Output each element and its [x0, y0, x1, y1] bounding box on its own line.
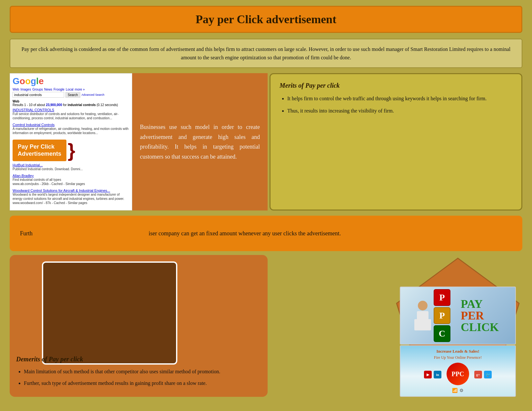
- google-results-count: Web Results 1 - 10 of about 23,900,000 f…: [13, 100, 129, 107]
- google-result-link-1[interactable]: INDUSTRIAL CONTROLS: [13, 108, 129, 112]
- ppc-cube-display: P P C: [434, 289, 450, 342]
- ppc-images-stack: P P C PAY PER CLICK: [400, 287, 516, 397]
- google-nav-groups: Groups: [32, 88, 43, 91]
- google-result-desc-2: A manufacturer of refrigeration, air con…: [13, 127, 129, 135]
- wifi-icon: 📶: [452, 388, 458, 393]
- ppc-text-display: PAY PER CLICK: [461, 298, 499, 333]
- merits-item-2: Thus, it results into increasing the vis…: [287, 107, 512, 115]
- right-col-pentagon: P P C PAY PER CLICK: [268, 255, 522, 397]
- page-title: Pay per Click advertisement: [20, 13, 512, 26]
- demerits-col: Demerits of Pay per click Main limitatio…: [10, 255, 268, 397]
- google-mockup-col: Google Web Images Groups News Froogle Lo…: [10, 73, 132, 210]
- ppc-bottom-content: Increase Leads & Sales! Fire Up Your Onl…: [400, 349, 515, 393]
- per-text: PER: [461, 310, 499, 321]
- brace-symbol: }: [68, 143, 75, 158]
- demerits-item-1: Main limitation of such method is that o…: [24, 367, 261, 376]
- google-advanced-search: Advanced Search: [82, 93, 104, 96]
- google-nav-froogle: Froogle: [54, 88, 64, 91]
- page-header: Pay per Click advertisement: [10, 6, 522, 33]
- merits-title: Merits of Pay per click: [280, 82, 512, 89]
- ppc-bottom-image: Increase Leads & Sales! Fire Up Your Onl…: [400, 345, 516, 397]
- google-nav-more: more »: [75, 88, 85, 91]
- increase-leads-text: Increase Leads & Sales!: [436, 349, 479, 354]
- pay-text: PAY: [461, 298, 499, 310]
- demerits-content: Demerits of Pay per click Main limitatio…: [16, 356, 261, 390]
- further-text: Furthiser company can get an fixed amoun…: [20, 229, 341, 238]
- googleplus-icon: g+: [474, 371, 482, 378]
- demerits-item-2: Further, such type of advertisement meth…: [24, 379, 261, 387]
- three-column-section: Google Web Images Groups News Froogle Lo…: [10, 73, 522, 210]
- google-logo: Google: [13, 76, 129, 86]
- youtube-icon: ▶: [424, 371, 432, 378]
- google-search-button[interactable]: Search: [65, 92, 80, 98]
- ppc-top-image: P P C PAY PER CLICK: [400, 287, 516, 345]
- cube-p: P: [434, 289, 450, 306]
- google-result-3: HutBud Industrial... Published Industria…: [13, 163, 129, 171]
- google-result-1: INDUSTRIAL CONTROLS Full service distrib…: [13, 108, 129, 120]
- google-nav-local: Local: [66, 88, 74, 91]
- google-result-link-4[interactable]: Allan-Bradley: [13, 174, 129, 178]
- linkedin-icon: in: [434, 371, 441, 378]
- google-result-link-3[interactable]: HutBud Industrial...: [13, 163, 129, 167]
- google-search-box: Search Advanced Search: [13, 92, 129, 98]
- cube-c: C: [434, 325, 450, 342]
- middle-text-col: Businesses use such model in order to cr…: [132, 73, 268, 210]
- twitter-icon: 🐦: [484, 371, 492, 378]
- google-result-2: Comtrol Industrial Controls A manufactur…: [13, 123, 129, 135]
- ppc-badge: Pay Per ClickAdvertisements: [13, 140, 66, 161]
- ppc-badge-row: Pay Per ClickAdvertisements }: [13, 138, 129, 163]
- bottom-section: Demerits of Pay per click Main limitatio…: [10, 255, 522, 397]
- google-nav-images: Images: [20, 88, 31, 91]
- google-result-desc-3: Published Industrial controls. Download.…: [13, 167, 83, 171]
- google-nav-web: Web: [13, 88, 19, 91]
- bottom-social-row: 📶 ⚙: [452, 388, 464, 393]
- embedded-image-placeholder: [42, 261, 177, 365]
- google-result-desc-5: Woodward is the world's largest independ…: [13, 193, 124, 205]
- google-result-link-5[interactable]: Woodward Control Solutions for Aircraft …: [13, 189, 129, 192]
- demerits-title: Demerits of Pay per click: [16, 356, 261, 363]
- settings-icon: ⚙: [459, 388, 464, 393]
- middle-paragraph: Businesses use such model in order to cr…: [140, 122, 260, 161]
- cube-pp: P: [434, 307, 450, 324]
- ppc-badge-circle: PPC: [447, 363, 469, 385]
- social-icons-left: ▶ in: [424, 371, 441, 378]
- merits-item-1: It helps firm to control the web traffic…: [287, 94, 512, 103]
- google-nav: Web Images Groups News Froogle Local mor…: [13, 88, 129, 91]
- further-wrapper: Furthiser company can get an fixed amoun…: [0, 216, 532, 251]
- ppc-badge-text: PPC: [452, 370, 464, 378]
- social-icons-right: g+ 🐦: [474, 371, 492, 378]
- google-search-input[interactable]: [13, 92, 64, 98]
- google-nav-news: News: [44, 88, 52, 91]
- merits-col: Merits of Pay per click It helps firm to…: [270, 73, 522, 210]
- google-result-5: Woodward Control Solutions for Aircraft …: [13, 189, 129, 205]
- demerits-list: Main limitation of such method is that o…: [16, 367, 261, 387]
- merits-list: It helps firm to control the web traffic…: [280, 94, 512, 115]
- demerits-block: Demerits of Pay per click Main limitatio…: [10, 255, 268, 397]
- intro-section: Pay per click advertising is considered …: [10, 39, 522, 68]
- google-result-desc-1: Full service distributor of controls and…: [13, 112, 119, 120]
- fire-up-text: Fire Up Your Online Presence!: [434, 355, 482, 360]
- google-result-4: Allan-Bradley Find industrial controls o…: [13, 174, 129, 186]
- google-result-link-2[interactable]: Comtrol Industrial Controls: [13, 123, 129, 127]
- intro-text: Pay per click advertising is considered …: [20, 45, 512, 62]
- further-section: Furthiser company can get an fixed amoun…: [10, 216, 522, 251]
- google-result-desc-4: Find industrial controls of all typeswww…: [13, 178, 85, 186]
- click-text: CLICK: [461, 321, 499, 333]
